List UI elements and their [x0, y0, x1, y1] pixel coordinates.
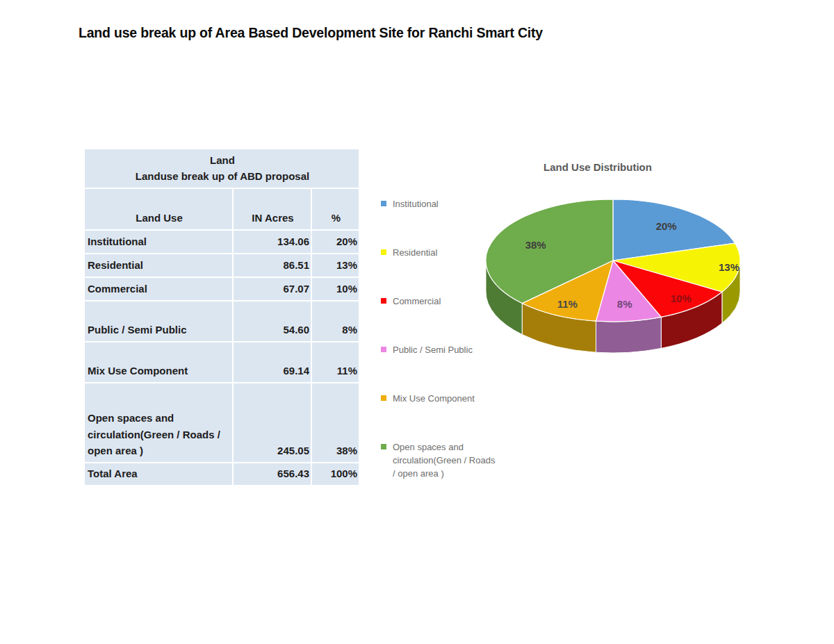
- cell-pct: 38%: [311, 383, 359, 463]
- legend-marker: [381, 249, 386, 255]
- table-title-row: Land Landuse break up of ABD proposal: [84, 149, 359, 188]
- table-row: Mix Use Component 69.14 11%: [84, 342, 359, 383]
- legend-marker: [381, 444, 386, 449]
- table-total-row: Total Area 656.43 100%: [84, 463, 359, 486]
- pie-slice-side: [596, 317, 662, 353]
- cell-pct: 10%: [311, 277, 359, 301]
- col-header-acres: IN Acres: [233, 188, 311, 230]
- pie-slice-label: 38%: [525, 239, 546, 251]
- legend-marker: [381, 395, 386, 401]
- pie-slice-label: 8%: [617, 298, 632, 310]
- cell-pct: 100%: [311, 463, 359, 486]
- cell-land-use: Total Area: [84, 463, 233, 486]
- cell-pct: 13%: [311, 254, 359, 277]
- col-header-pct: %: [311, 188, 359, 230]
- legend-item: Open spaces and circulation(Green / Road…: [381, 440, 498, 480]
- cell-acres: 86.51: [233, 254, 311, 277]
- cell-land-use: Mix Use Component: [84, 342, 233, 383]
- legend-marker: [381, 201, 386, 206]
- cell-acres: 656.43: [233, 463, 311, 486]
- table-title-cell: Land Landuse break up of ABD proposal: [84, 149, 359, 188]
- pie-slice-label: 10%: [671, 292, 692, 304]
- table-row: Open spaces and circulation(Green / Road…: [84, 383, 359, 463]
- cell-land-use: Commercial: [84, 277, 233, 301]
- cell-pct: 11%: [311, 342, 359, 383]
- legend-label: Residential: [393, 246, 437, 259]
- cell-acres: 69.14: [233, 342, 311, 383]
- cell-acres: 67.07: [233, 277, 311, 301]
- cell-land-use: Open spaces and circulation(Green / Road…: [84, 383, 233, 463]
- cell-pct: 8%: [311, 301, 359, 342]
- cell-land-use: Institutional: [84, 230, 233, 254]
- page-title: Land use break up of Area Based Developm…: [79, 25, 543, 41]
- table-title-line2: Landuse break up of ABD proposal: [88, 168, 357, 184]
- cell-acres: 134.06: [233, 230, 311, 254]
- pie-slice-label: 13%: [719, 261, 739, 273]
- cell-land-use: Public / Semi Public: [84, 301, 233, 342]
- legend-label: Institutional: [393, 197, 439, 210]
- cell-land-use: Residential: [84, 254, 233, 277]
- legend-label: Open spaces and circulation(Green / Road…: [393, 440, 498, 480]
- legend-label: Mix Use Component: [393, 392, 475, 405]
- table-row: Commercial 67.07 10%: [84, 277, 359, 301]
- legend-marker: [381, 298, 386, 304]
- pie-slice-label: 11%: [557, 298, 578, 310]
- pie-chart: 20%13%10%8%11%38%: [452, 174, 778, 375]
- pie-slice-label: 20%: [656, 220, 677, 232]
- chart-title: Land Use Distribution: [459, 161, 737, 173]
- legend-marker: [381, 347, 386, 352]
- table-title-line1: Land: [88, 152, 357, 168]
- slide-page: Land use break up of Area Based Developm…: [0, 0, 834, 644]
- cell-pct: 20%: [311, 230, 359, 254]
- table-header-row: Land Use IN Acres %: [84, 188, 359, 230]
- table-row: Institutional 134.06 20%: [84, 230, 359, 254]
- legend-label: Commercial: [393, 295, 441, 308]
- table-row: Residential 86.51 13%: [84, 254, 359, 277]
- legend-item: Mix Use Component: [381, 392, 498, 405]
- table-row: Public / Semi Public 54.60 8%: [84, 301, 359, 342]
- cell-acres: 245.05: [233, 383, 311, 463]
- landuse-table: Land Landuse break up of ABD proposal La…: [83, 148, 360, 486]
- cell-acres: 54.60: [233, 301, 311, 342]
- col-header-land-use: Land Use: [84, 188, 233, 230]
